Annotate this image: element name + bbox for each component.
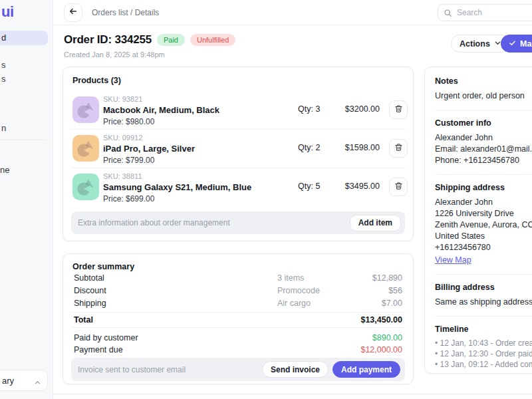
summary-row-label: Shipping — [74, 299, 106, 308]
summary-row: Subtotal 3 items $12,890 — [74, 273, 402, 284]
placeholder-logo-icon — [72, 96, 99, 123]
paid-row: Paid by customer $890.00 — [74, 333, 402, 344]
paid-value: $890.00 — [372, 333, 402, 342]
total-label: Total — [74, 315, 93, 325]
product-sku: SKU: 38811 — [103, 172, 251, 181]
panel-divider — [435, 110, 532, 110]
invoice-note: Invoice sent to customer email — [71, 365, 262, 374]
order-summary-title: Order summary — [72, 262, 134, 271]
send-invoice-button[interactable]: Send invoice — [262, 361, 329, 378]
sidebar-item-label: d — [1, 33, 6, 43]
view-map-link[interactable]: View Map — [435, 255, 471, 266]
product-info: SKU: 38811 Samsung Galaxy S21, Medium, B… — [103, 172, 251, 204]
sidebar-footer-label: ary — [2, 376, 14, 386]
status-badge-paid: Paid — [157, 34, 185, 46]
sidebar-footer-toggle[interactable]: ary — [0, 370, 48, 391]
products-card: Products (3) SKU: 93821 Macbook Air, Med… — [63, 66, 414, 241]
order-info-panel: Notes Urgent order, old person Customer … — [424, 66, 532, 374]
summary-row-detail: Promocode — [277, 286, 320, 295]
search-box — [438, 4, 532, 21]
panel-divider — [435, 274, 532, 275]
customer-info-title: Customer info — [435, 118, 532, 128]
sidebar: ui d s s n ne ary — [0, 0, 53, 399]
app-logo: ui — [1, 3, 14, 21]
product-row: SKU: 09912 iPad Pro, Large, Silver Price… — [63, 129, 413, 168]
product-row: SKU: 93821 Macbook Air, Medium, Black Pr… — [63, 90, 413, 129]
sidebar-item[interactable]: n — [1, 123, 6, 133]
products-title: Products (3) — [72, 76, 121, 85]
customer-info: Alexander John Email: alexander01@mail.c… — [435, 132, 532, 166]
customer-phone: Phone: +16123456780 — [435, 155, 532, 166]
product-info: SKU: 09912 iPad Pro, Large, Silver Price… — [103, 134, 195, 166]
customer-name: Alexander John — [435, 132, 532, 144]
notes-title: Notes — [435, 76, 532, 86]
timeline-event: 12 Jan, 12:30 - Order paid — [435, 348, 532, 359]
summary-row-label: Subtotal — [74, 273, 104, 283]
due-label: Payment due — [74, 345, 123, 354]
page-title: Order ID: 334255 — [64, 33, 152, 47]
product-sku: SKU: 09912 — [103, 134, 195, 142]
sidebar-item-active[interactable]: d — [0, 31, 48, 45]
sidebar-item[interactable]: s — [1, 60, 6, 70]
timeline-list: 12 Jan, 10:43 - Order created 12 Jan, 12… — [435, 338, 532, 370]
products-footer-bar: Extra information about order management… — [71, 211, 405, 234]
summary-row-value: $56 — [388, 286, 402, 295]
trash-icon — [394, 104, 403, 115]
delete-product-button[interactable] — [389, 178, 408, 196]
panel-divider — [435, 316, 532, 317]
notes-text: Urgent order, old person — [435, 90, 532, 102]
panel-divider — [435, 174, 532, 175]
summary-row-label: Discount — [74, 286, 106, 295]
summary-row: Discount Promocode $56 — [74, 286, 402, 297]
product-qty: Qty: 3 — [298, 104, 320, 114]
product-price: Price: $799.00 — [103, 156, 195, 166]
product-sku: SKU: 93821 — [103, 95, 219, 104]
product-qty: Qty: 2 — [298, 143, 320, 152]
actions-button-label: Actions — [460, 39, 490, 49]
topbar: Orders list / Details — [53, 0, 532, 25]
delete-product-button[interactable] — [389, 100, 408, 119]
delete-product-button[interactable] — [389, 139, 408, 158]
summary-divider — [71, 312, 405, 313]
back-button[interactable] — [64, 3, 82, 22]
summary-row-detail: Air cargo — [277, 299, 311, 308]
product-name: iPad Pro, Large, Silver — [103, 144, 195, 154]
billing-address-text: Same as shipping address — [435, 297, 532, 308]
order-summary-card: Order summary Subtotal 3 items $12,890 D… — [63, 253, 414, 384]
check-icon — [509, 39, 516, 49]
add-payment-button[interactable]: Add payment — [332, 361, 400, 378]
product-row: SKU: 38811 Samsung Galaxy S21, Medium, B… — [63, 168, 413, 206]
product-thumbnail — [72, 96, 99, 123]
mark-fulfilled-button[interactable]: Mark as fulfilled — [501, 35, 532, 53]
shipping-line: United States — [435, 231, 532, 242]
product-qty: Qty: 5 — [298, 182, 320, 191]
placeholder-logo-icon — [72, 174, 99, 200]
product-info: SKU: 93821 Macbook Air, Medium, Black Pr… — [103, 95, 219, 127]
order-details-screen: ui d s s n ne ary Orders list / Details — [0, 0, 532, 399]
product-thumbnail — [72, 174, 99, 200]
products-footer-note: Extra information about order management — [71, 218, 350, 227]
product-price: Price: $980.00 — [103, 117, 219, 127]
shipping-address-title: Shipping address — [435, 183, 532, 192]
summary-divider — [71, 327, 405, 328]
shipping-line: 1226 University Drive — [435, 208, 532, 219]
timeline-event: 12 Jan, 10:43 - Order created — [435, 338, 532, 348]
mark-fulfilled-label: Mark as fulfilled — [520, 39, 532, 49]
summary-total-row: Total $13,450.00 — [74, 315, 402, 326]
product-total: $3200.00 — [345, 104, 380, 114]
summary-row-value: $12,890 — [372, 273, 402, 283]
sidebar-item[interactable]: ne — [0, 165, 9, 175]
paid-label: Paid by customer — [74, 333, 138, 342]
timeline-title: Timeline — [435, 325, 532, 334]
billing-address-title: Billing address — [435, 283, 532, 292]
sidebar-item[interactable]: s — [1, 74, 6, 84]
chevron-up-icon — [34, 377, 41, 389]
status-badge-unfulfilled: Unfulfilled — [190, 34, 235, 46]
customer-email: Email: alexander01@mail.com — [435, 144, 532, 155]
add-item-button[interactable]: Add item — [350, 215, 401, 231]
product-name: Macbook Air, Medium, Black — [103, 105, 219, 116]
search-icon — [444, 8, 452, 20]
trash-icon — [394, 182, 403, 192]
sidebar-divider — [0, 140, 45, 140]
summary-row-detail: 3 items — [277, 273, 304, 283]
